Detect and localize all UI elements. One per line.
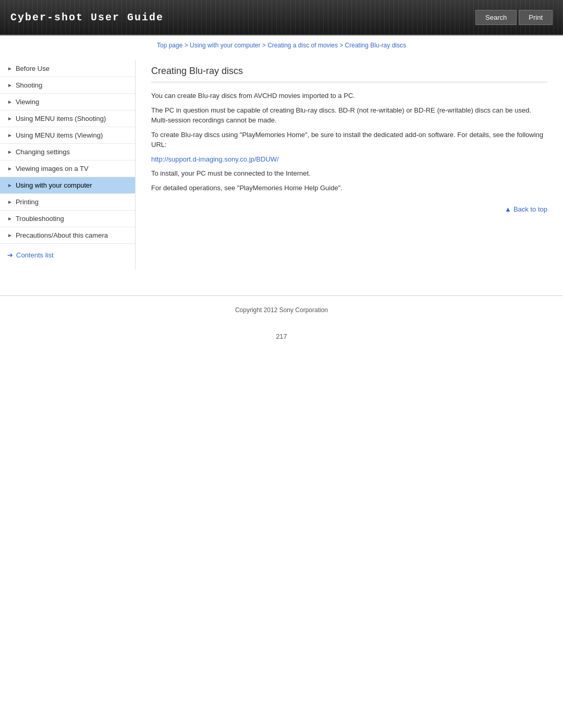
- sidebar-item-label: Shooting: [16, 81, 128, 89]
- back-to-top-link[interactable]: ▲ Back to top: [505, 205, 547, 213]
- footer: Copyright 2012 Sony Corporation: [0, 295, 563, 324]
- sidebar-item-viewing[interactable]: ► Viewing: [0, 94, 135, 110]
- search-button[interactable]: Search: [475, 10, 517, 25]
- sidebar-item-using-computer[interactable]: ► Using with your computer: [0, 177, 135, 194]
- sidebar-item-printing[interactable]: ► Printing: [0, 194, 135, 211]
- chevron-right-icon: ►: [7, 232, 13, 238]
- chevron-right-icon: ►: [7, 149, 13, 155]
- sidebar-item-menu-viewing[interactable]: ► Using MENU items (Viewing): [0, 127, 135, 144]
- copyright-text: Copyright 2012 Sony Corporation: [235, 306, 328, 314]
- contents-list-link[interactable]: ➔ Contents list: [0, 244, 135, 259]
- sidebar-item-label: Using MENU items (Viewing): [16, 131, 128, 139]
- content-paragraph-3: To create Blu-ray discs using "PlayMemor…: [151, 130, 547, 150]
- content-url: http://support.d-imaging.sony.co.jp/BDUW…: [151, 154, 547, 165]
- sidebar-item-precautions[interactable]: ► Precautions/About this camera: [0, 227, 135, 244]
- chevron-right-icon: ►: [7, 82, 13, 88]
- chevron-right-icon: ►: [7, 199, 13, 205]
- header: Cyber-shot User Guide Search Print: [0, 0, 563, 35]
- page-title: Creating Blu-ray discs: [151, 66, 547, 82]
- header-buttons: Search Print: [475, 10, 553, 25]
- sidebar-item-before-use[interactable]: ► Before Use: [0, 60, 135, 77]
- content-body: You can create Blu-ray discs from AVCHD …: [151, 91, 547, 193]
- back-to-top[interactable]: ▲ Back to top: [151, 205, 547, 213]
- sidebar-item-viewing-tv[interactable]: ► Viewing images on a TV: [0, 161, 135, 177]
- sidebar-item-troubleshooting[interactable]: ► Troubleshooting: [0, 211, 135, 227]
- chevron-right-icon: ►: [7, 99, 13, 105]
- content-paragraph-5: For detailed operations, see "PlayMemori…: [151, 183, 547, 193]
- breadcrumb-top-page[interactable]: Top page: [157, 42, 182, 49]
- content-paragraph-4: To install, your PC must be connected to…: [151, 168, 547, 179]
- chevron-right-icon: ►: [7, 66, 13, 71]
- chevron-right-icon: ►: [7, 182, 13, 188]
- bduw-link[interactable]: http://support.d-imaging.sony.co.jp/BDUW…: [151, 155, 279, 163]
- breadcrumb-separator-2: >: [262, 42, 267, 49]
- page-number: 217: [0, 324, 563, 349]
- breadcrumb-separator-1: >: [185, 42, 190, 49]
- sidebar-item-label: Changing settings: [16, 148, 128, 156]
- triangle-up-icon: ▲: [505, 205, 511, 213]
- sidebar-item-label: Viewing: [16, 98, 128, 106]
- breadcrumb-using-computer[interactable]: Using with your computer: [190, 42, 260, 49]
- contents-list-label: Contents list: [16, 251, 54, 259]
- sidebar-item-shooting[interactable]: ► Shooting: [0, 77, 135, 94]
- main-content: Creating Blu-ray discs You can create Bl…: [136, 60, 563, 269]
- breadcrumb: Top page > Using with your computer > Cr…: [0, 35, 563, 55]
- breadcrumb-current-page[interactable]: Creating Blu-ray discs: [345, 42, 406, 49]
- back-to-top-label: Back to top: [513, 205, 547, 213]
- chevron-right-icon: ►: [7, 166, 13, 171]
- sidebar-item-label: Printing: [16, 198, 128, 206]
- print-button[interactable]: Print: [519, 10, 553, 25]
- breadcrumb-separator-3: >: [339, 42, 345, 49]
- chevron-right-icon: ►: [7, 216, 13, 221]
- sidebar-item-label: Before Use: [16, 65, 128, 72]
- sidebar-item-label: Viewing images on a TV: [16, 165, 128, 172]
- main-container: ► Before Use ► Shooting ► Viewing ► Usin…: [0, 55, 563, 275]
- chevron-right-icon: ►: [7, 132, 13, 138]
- sidebar-item-label: Troubleshooting: [16, 215, 128, 223]
- sidebar-item-menu-shooting[interactable]: ► Using MENU items (Shooting): [0, 110, 135, 127]
- sidebar-item-label: Precautions/About this camera: [16, 231, 128, 239]
- arrow-right-icon: ➔: [7, 251, 13, 259]
- content-paragraph-2: The PC in question must be capable of cr…: [151, 105, 547, 126]
- sidebar: ► Before Use ► Shooting ► Viewing ► Usin…: [0, 60, 136, 269]
- chevron-right-icon: ►: [7, 116, 13, 121]
- sidebar-item-label: Using with your computer: [16, 181, 128, 189]
- breadcrumb-creating-disc[interactable]: Creating a disc of movies: [267, 42, 338, 49]
- app-title: Cyber-shot User Guide: [10, 11, 164, 23]
- sidebar-item-changing-settings[interactable]: ► Changing settings: [0, 144, 135, 161]
- content-paragraph-1: You can create Blu-ray discs from AVCHD …: [151, 91, 547, 101]
- sidebar-item-label: Using MENU items (Shooting): [16, 115, 128, 122]
